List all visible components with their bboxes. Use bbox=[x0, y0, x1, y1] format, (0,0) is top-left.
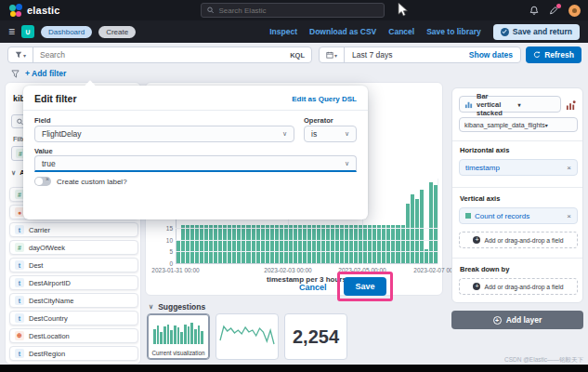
current-viz-label: Current visualization bbox=[148, 350, 209, 356]
suggestion-line[interactable] bbox=[216, 313, 279, 360]
chevron-down-icon: ∨ bbox=[282, 130, 287, 138]
add-layer-button[interactable]: + Add layer bbox=[451, 311, 583, 329]
x-axis-line bbox=[176, 263, 438, 264]
geo_point-type-icon: ⊕ bbox=[15, 331, 24, 340]
bar bbox=[214, 225, 217, 263]
lens-app-icon: ∪ bbox=[21, 25, 34, 38]
letterbox-strip bbox=[0, 365, 588, 372]
custom-label-toggle[interactable]: × bbox=[34, 177, 51, 186]
time-range-value[interactable]: Last 7 days bbox=[345, 50, 469, 60]
nav-action-inspect[interactable]: Inspect bbox=[269, 27, 297, 36]
bar bbox=[331, 225, 334, 263]
bar bbox=[335, 225, 339, 263]
x-tick-label: 2023-02-03 00:00 bbox=[264, 267, 311, 273]
bar bbox=[401, 225, 405, 263]
show-dates-link[interactable]: Show dates bbox=[469, 50, 520, 60]
bar bbox=[411, 194, 414, 263]
y-tick-label: 15 bbox=[159, 225, 173, 232]
operator-select[interactable]: is ∨ bbox=[304, 126, 357, 142]
top-header: elastic bbox=[0, 0, 588, 20]
chart-type-select[interactable]: Bar vertical stacked ▾ bbox=[459, 96, 561, 113]
nav-action-cancel[interactable]: Cancel bbox=[388, 27, 414, 36]
x-tick-label: 2023-01-31 00:00 bbox=[151, 267, 199, 273]
number-type-icon: # bbox=[15, 243, 24, 252]
horizontal-axis-dimension[interactable]: timestamp × bbox=[459, 159, 578, 176]
edit-as-query-dsl-link[interactable]: Edit as Query DSL bbox=[292, 95, 357, 103]
kql-search-box[interactable]: ▾ KQL bbox=[7, 46, 312, 63]
date-picker[interactable]: ▾ Last 7 days Show dates bbox=[319, 46, 521, 63]
remove-dimension-icon[interactable]: × bbox=[567, 212, 571, 220]
breadcrumb-create: Create bbox=[98, 26, 136, 38]
bar bbox=[266, 225, 269, 263]
bar bbox=[312, 225, 316, 263]
suggestions-header[interactable]: ∨ Suggestions bbox=[149, 302, 205, 312]
bar bbox=[391, 225, 395, 263]
gridline bbox=[176, 240, 438, 241]
global-search[interactable] bbox=[201, 3, 385, 18]
refresh-button[interactable]: Refresh bbox=[526, 46, 581, 63]
field-item-dest[interactable]: tDest bbox=[9, 258, 138, 272]
field-item-carrier[interactable]: tCarrier bbox=[9, 222, 138, 237]
field-item-destregion[interactable]: tDestRegion bbox=[9, 346, 138, 361]
breadcrumb-dashboard[interactable]: Dashboard bbox=[41, 26, 92, 38]
vertical-axis-label: Vertical axis bbox=[460, 194, 500, 203]
bar bbox=[186, 225, 189, 263]
notification-dot bbox=[556, 4, 561, 8]
query-input[interactable] bbox=[33, 50, 290, 60]
plus-icon: + bbox=[473, 283, 480, 290]
suggestion-metric[interactable]: 2,254 bbox=[284, 313, 347, 360]
field-item-destairportid[interactable]: tDestAirportID bbox=[9, 275, 138, 290]
elastic-logo[interactable]: elastic bbox=[9, 4, 60, 17]
add-field-button-breakdown[interactable]: + Add or drag-and-drop a field bbox=[459, 278, 578, 295]
menu-hamburger-icon[interactable]: ≡ bbox=[8, 26, 15, 37]
field-item-destcityname[interactable]: tDestCityName bbox=[9, 293, 138, 308]
x-tick-label: 2023-02-05 00:00 bbox=[338, 267, 385, 273]
filter-menu-button[interactable]: ▾ bbox=[8, 47, 33, 62]
add-field-button-vertical[interactable]: + Add or drag-and-drop a field bbox=[459, 232, 578, 248]
field-label: Field bbox=[34, 116, 51, 125]
data-view-select[interactable]: kibana_sample_data_flights ▾ bbox=[459, 117, 578, 132]
nav-action-download-as-csv[interactable]: Download as CSV bbox=[309, 27, 376, 36]
user-avatar[interactable] bbox=[568, 5, 581, 17]
bar bbox=[340, 225, 344, 263]
nav-action-save-to-library[interactable]: Save to library bbox=[426, 27, 481, 36]
thumb-bar-segment bbox=[201, 331, 203, 344]
chevron-down-icon: ∨ bbox=[345, 160, 349, 167]
bar bbox=[345, 225, 348, 263]
bar bbox=[406, 204, 410, 263]
remove-dimension-icon[interactable]: × bbox=[567, 164, 571, 172]
csdn-watermark: CSDN @Elastic——铭毅天下 bbox=[504, 356, 583, 365]
bar bbox=[415, 199, 419, 263]
field-select[interactable]: FlightDelay ∨ bbox=[34, 126, 294, 142]
check-icon bbox=[501, 28, 509, 36]
value-combobox[interactable]: true ∨ bbox=[34, 155, 357, 172]
bar bbox=[382, 225, 385, 263]
vertical-axis-dimension[interactable]: Count of records × bbox=[459, 207, 578, 224]
field-name: DestCountry bbox=[29, 314, 68, 323]
bar bbox=[200, 225, 203, 263]
bar bbox=[377, 225, 381, 263]
newsfeed-icon[interactable] bbox=[549, 6, 558, 15]
cancel-button[interactable]: Cancel bbox=[299, 283, 327, 292]
field-name: DestRegion bbox=[29, 350, 65, 358]
chart-suggestion-icon[interactable] bbox=[566, 98, 576, 114]
suggestion-current[interactable]: Current visualization bbox=[147, 313, 210, 360]
save-button[interactable]: Save bbox=[344, 277, 386, 296]
horizontal-axis-label: Horizontal axis bbox=[460, 146, 509, 154]
chevron-down-icon: ▾ bbox=[334, 52, 337, 59]
calendar-button[interactable]: ▾ bbox=[320, 47, 345, 62]
field-item-destcountry[interactable]: tDestCountry bbox=[9, 311, 138, 326]
string-type-icon: t bbox=[15, 349, 24, 358]
thumb-bar-segment bbox=[184, 325, 187, 344]
alerts-bell-icon[interactable] bbox=[529, 6, 539, 15]
save-and-return-button[interactable]: Save and return bbox=[493, 24, 580, 40]
add-filter-link[interactable]: + Add filter bbox=[25, 69, 66, 78]
field-item-dayofweek[interactable]: #dayOfWeek bbox=[9, 240, 138, 255]
editor-nav-bar: ≡ ∪ Dashboard Create InspectDownload as … bbox=[0, 20, 588, 43]
calendar-icon bbox=[326, 51, 333, 59]
field-item-destlocation[interactable]: ⊕DestLocation bbox=[9, 328, 138, 343]
global-search-input[interactable] bbox=[218, 7, 378, 15]
kql-label[interactable]: KQL bbox=[290, 51, 311, 60]
bar bbox=[368, 225, 372, 263]
bar bbox=[232, 225, 236, 263]
